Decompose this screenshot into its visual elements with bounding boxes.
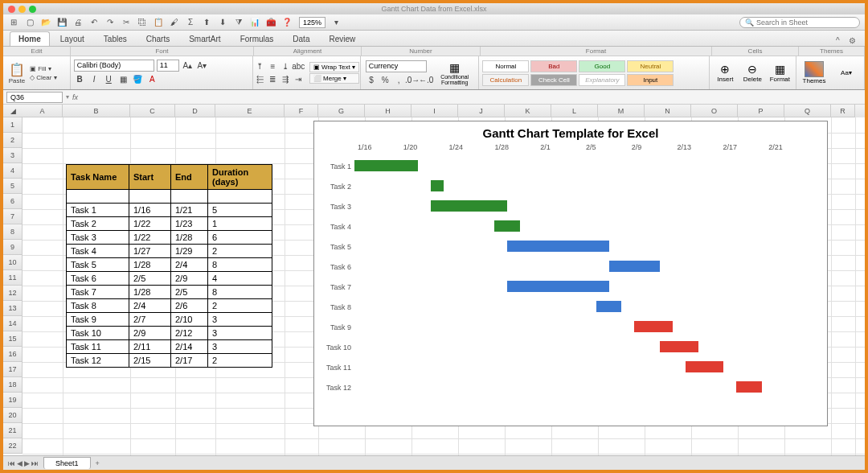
row-header-10[interactable]: 10 xyxy=(3,255,22,270)
row-header-17[interactable]: 17 xyxy=(3,362,22,377)
open-icon[interactable]: 📂 xyxy=(40,17,51,28)
sheet-nav-last-icon[interactable]: ⏭ xyxy=(31,459,39,467)
col-header-A[interactable]: A xyxy=(23,105,63,117)
row-header-18[interactable]: 18 xyxy=(3,377,22,393)
sheet-tab-sheet1[interactable]: Sheet1 xyxy=(43,457,91,469)
paste-icon[interactable]: 📋 xyxy=(153,17,164,28)
font-size-select[interactable]: 11 xyxy=(157,60,179,72)
sheet-nav-next-icon[interactable]: ▶ xyxy=(24,459,30,467)
help-icon[interactable]: ❓ xyxy=(281,17,293,28)
row-header-19[interactable]: 19 xyxy=(3,393,22,408)
style-neutral[interactable]: Neutral xyxy=(627,60,674,72)
indent-icon[interactable]: ⇥ xyxy=(293,73,305,85)
col-header-R[interactable]: R xyxy=(831,105,855,117)
orientation-icon[interactable]: abc xyxy=(293,60,305,72)
row-header-5[interactable]: 5 xyxy=(3,179,22,194)
zoom-dropdown-icon[interactable]: ▾ xyxy=(330,17,342,28)
col-header-F[interactable]: F xyxy=(285,105,318,117)
tools-icon[interactable]: 🧰 xyxy=(265,17,276,28)
row-header-9[interactable]: 9 xyxy=(3,240,22,255)
row-header-8[interactable]: 8 xyxy=(3,224,22,240)
col-header-I[interactable]: I xyxy=(411,105,458,117)
decrease-font-icon[interactable]: A▾ xyxy=(196,60,208,72)
search-input[interactable] xyxy=(756,19,854,27)
row-header-22[interactable]: 22 xyxy=(3,438,22,454)
style-bad[interactable]: Bad xyxy=(530,60,577,72)
maximize-icon[interactable] xyxy=(29,6,36,13)
undo-icon[interactable]: ↶ xyxy=(88,17,100,28)
row-header-12[interactable]: 12 xyxy=(3,286,22,301)
style-input[interactable]: Input xyxy=(627,74,674,86)
row-header-1[interactable]: 1 xyxy=(3,117,22,133)
clear-button[interactable]: ◇ Clear ▾ xyxy=(30,74,57,81)
ribbon-options-icon[interactable]: ⚙ xyxy=(849,36,858,46)
font-name-select[interactable]: Calibri (Body) xyxy=(74,60,154,72)
close-icon[interactable] xyxy=(8,6,15,13)
save-icon[interactable]: 💾 xyxy=(56,17,68,28)
col-header-H[interactable]: H xyxy=(365,105,411,117)
col-header-Q[interactable]: Q xyxy=(784,105,831,117)
tab-review[interactable]: Review xyxy=(320,31,364,46)
col-header-B[interactable]: B xyxy=(63,105,130,117)
align-center-icon[interactable]: ≣ xyxy=(267,73,279,85)
style-calculation[interactable]: Calculation xyxy=(482,74,529,86)
align-left-icon[interactable]: ⬱ xyxy=(254,73,266,85)
insert-button[interactable]: ⊕Insert xyxy=(713,63,737,83)
tab-charts[interactable]: Charts xyxy=(137,31,178,46)
align-top-icon[interactable]: ⤒ xyxy=(254,60,266,72)
select-all-corner[interactable]: ◢ xyxy=(3,105,23,117)
tab-formulas[interactable]: Formulas xyxy=(231,31,283,46)
align-middle-icon[interactable]: ≡ xyxy=(267,60,279,72)
conditional-formatting-button[interactable]: ▦ Conditional Formatting xyxy=(436,61,474,85)
search-field[interactable]: 🔍 xyxy=(739,17,860,28)
fx-icon[interactable]: fx xyxy=(72,93,78,101)
new-icon[interactable]: ▢ xyxy=(24,17,35,28)
bold-button[interactable]: B xyxy=(74,73,86,85)
sort-desc-icon[interactable]: ⬇ xyxy=(217,17,228,28)
row-header-14[interactable]: 14 xyxy=(3,316,22,331)
filter-icon[interactable]: ⧩ xyxy=(233,17,244,28)
row-header-7[interactable]: 7 xyxy=(3,209,22,224)
col-header-P[interactable]: P xyxy=(738,105,784,117)
delete-button[interactable]: ⊖Delete xyxy=(740,63,764,83)
col-header-E[interactable]: E xyxy=(215,105,285,117)
col-header-C[interactable]: C xyxy=(130,105,175,117)
row-header-3[interactable]: 3 xyxy=(3,148,22,163)
paste-button[interactable]: 📋 Paste xyxy=(6,59,27,88)
font-color-button[interactable]: A xyxy=(146,73,158,85)
col-header-N[interactable]: N xyxy=(645,105,691,117)
number-format-select[interactable]: Currency xyxy=(366,60,427,72)
chart-icon[interactable]: 📊 xyxy=(249,17,260,28)
row-header-13[interactable]: 13 xyxy=(3,301,22,316)
border-button[interactable]: ▦ xyxy=(117,73,129,85)
sheet-nav-prev-icon[interactable]: ◀ xyxy=(17,459,23,467)
col-header-O[interactable]: O xyxy=(691,105,738,117)
underline-button[interactable]: U xyxy=(103,73,115,85)
increase-font-icon[interactable]: A▴ xyxy=(182,60,194,72)
redo-icon[interactable]: ↷ xyxy=(104,17,116,28)
row-header-16[interactable]: 16 xyxy=(3,347,22,362)
zoom-level[interactable]: 125% xyxy=(299,17,326,28)
cut-icon[interactable]: ✂ xyxy=(121,17,132,28)
minimize-icon[interactable] xyxy=(18,6,26,13)
increase-decimal-icon[interactable]: .0→ xyxy=(407,74,419,86)
style-good[interactable]: Good xyxy=(579,60,625,72)
row-header-20[interactable]: 20 xyxy=(3,408,22,423)
merge-button[interactable]: ⬜ Merge ▾ xyxy=(309,73,359,84)
row-header-6[interactable]: 6 xyxy=(3,194,22,209)
align-right-icon[interactable]: ⇶ xyxy=(280,73,292,85)
sort-asc-icon[interactable]: ⬆ xyxy=(201,17,212,28)
tab-home[interactable]: Home xyxy=(10,31,50,46)
comma-icon[interactable]: , xyxy=(393,74,405,86)
sheet-nav-first-icon[interactable]: ⏮ xyxy=(8,459,15,467)
italic-button[interactable]: I xyxy=(88,73,100,85)
theme-fonts-button[interactable]: Aa▾ xyxy=(832,69,861,76)
currency-icon[interactable]: $ xyxy=(366,74,378,86)
style-check-cell[interactable]: Check Cell xyxy=(530,74,577,86)
collapse-ribbon-icon[interactable]: ^ xyxy=(836,36,845,46)
tab-data[interactable]: Data xyxy=(284,31,318,46)
wrap-text-button[interactable]: ▣ Wrap Text ▾ xyxy=(309,62,359,72)
print-icon[interactable]: 🖨 xyxy=(72,17,84,28)
percent-icon[interactable]: % xyxy=(379,74,391,86)
fill-color-button[interactable]: 🪣 xyxy=(132,73,144,85)
